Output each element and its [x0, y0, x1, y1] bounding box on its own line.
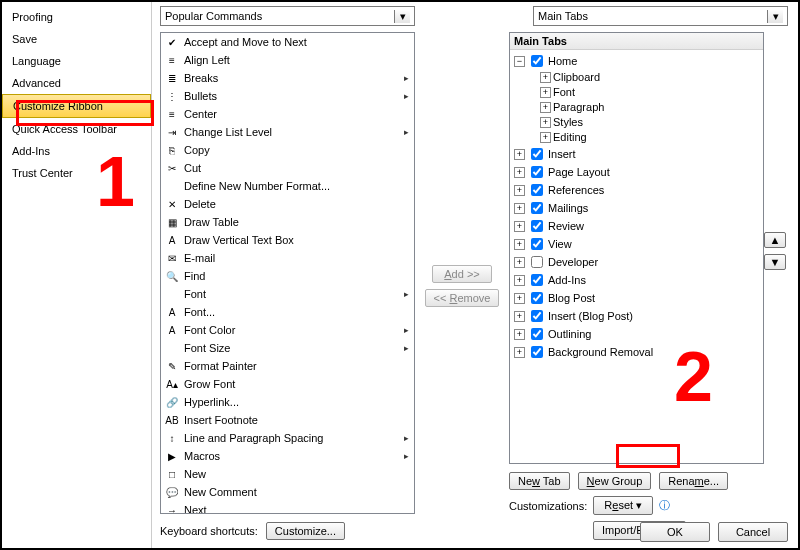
expand-icon[interactable]: +	[514, 185, 525, 196]
command-item[interactable]: ADraw Vertical Text Box	[161, 231, 414, 249]
command-item[interactable]: Define New Number Format...	[161, 177, 414, 195]
expand-icon[interactable]: +	[514, 257, 525, 268]
collapse-icon[interactable]: −	[514, 56, 525, 67]
tree-row[interactable]: +Outlining	[512, 325, 761, 343]
expand-icon[interactable]: +	[514, 149, 525, 160]
expand-icon[interactable]: +	[514, 293, 525, 304]
command-item[interactable]: →Next	[161, 501, 414, 514]
tab-checkbox[interactable]	[531, 166, 543, 178]
tree-row[interactable]: +Page Layout	[512, 163, 761, 181]
command-item[interactable]: ✔Accept and Move to Next	[161, 33, 414, 51]
add-button[interactable]: Add >>	[432, 265, 492, 283]
command-item[interactable]: ⋮Bullets▸	[161, 87, 414, 105]
command-item[interactable]: □New	[161, 465, 414, 483]
cancel-button[interactable]: Cancel	[718, 522, 788, 542]
tree-row[interactable]: +View	[512, 235, 761, 253]
sidebar-item-trust-center[interactable]: Trust Center	[2, 162, 151, 184]
tree-row[interactable]: +References	[512, 181, 761, 199]
tab-checkbox[interactable]	[531, 346, 543, 358]
tab-checkbox[interactable]	[531, 220, 543, 232]
command-item[interactable]: 💬New Comment	[161, 483, 414, 501]
command-item[interactable]: ▦Draw Table	[161, 213, 414, 231]
sidebar-item-save[interactable]: Save	[2, 28, 151, 50]
customize-ribbon-combo[interactable]: Main Tabs▾	[533, 6, 788, 26]
expand-icon[interactable]: +	[540, 87, 551, 98]
command-item[interactable]: ✂Cut	[161, 159, 414, 177]
sidebar-item-language[interactable]: Language	[2, 50, 151, 72]
tree-row[interactable]: +Editing	[512, 130, 761, 145]
tab-checkbox[interactable]	[531, 328, 543, 340]
command-item[interactable]: ≡Center	[161, 105, 414, 123]
choose-commands-combo[interactable]: Popular Commands▾	[160, 6, 415, 26]
rename-button[interactable]: Rename...	[659, 472, 728, 490]
move-down-button[interactable]: ▼	[764, 254, 786, 270]
command-item[interactable]: ▶Macros▸	[161, 447, 414, 465]
sidebar-item-advanced[interactable]: Advanced	[2, 72, 151, 94]
tree-row[interactable]: +Add-Ins	[512, 271, 761, 289]
tab-checkbox[interactable]	[531, 148, 543, 160]
expand-icon[interactable]: +	[514, 203, 525, 214]
command-item[interactable]: ⎘Copy	[161, 141, 414, 159]
customize-shortcuts-button[interactable]: Customize...	[266, 522, 345, 540]
tree-row[interactable]: +Clipboard	[512, 70, 761, 85]
tab-checkbox[interactable]	[531, 310, 543, 322]
tree-row[interactable]: +Insert (Blog Post)	[512, 307, 761, 325]
command-item[interactable]: 🔗Hyperlink...	[161, 393, 414, 411]
expand-icon[interactable]: +	[514, 275, 525, 286]
reset-button[interactable]: Reset ▾	[593, 496, 653, 515]
command-item[interactable]: ≣Breaks▸	[161, 69, 414, 87]
command-item[interactable]: ✕Delete	[161, 195, 414, 213]
tree-row[interactable]: +Blog Post	[512, 289, 761, 307]
tab-checkbox[interactable]	[531, 256, 543, 268]
tree-row[interactable]: +Mailings	[512, 199, 761, 217]
command-item[interactable]: AFont Color▸	[161, 321, 414, 339]
expand-icon[interactable]: +	[540, 72, 551, 83]
ribbon-tree[interactable]: Main Tabs −Home+Clipboard+Font+Paragraph…	[509, 32, 764, 464]
sidebar-item-proofing[interactable]: Proofing	[2, 6, 151, 28]
tree-row[interactable]: +Insert	[512, 145, 761, 163]
command-item[interactable]: ✎Format Painter	[161, 357, 414, 375]
command-item[interactable]: ↕Line and Paragraph Spacing▸	[161, 429, 414, 447]
command-item[interactable]: Font▸	[161, 285, 414, 303]
commands-listbox[interactable]: ✔Accept and Move to Next≡Align Left≣Brea…	[160, 32, 415, 514]
expand-icon[interactable]: +	[540, 102, 551, 113]
tab-checkbox[interactable]	[531, 238, 543, 250]
remove-button[interactable]: << Remove	[425, 289, 500, 307]
tree-row[interactable]: +Paragraph	[512, 100, 761, 115]
tab-checkbox[interactable]	[531, 202, 543, 214]
expand-icon[interactable]: +	[540, 117, 551, 128]
tab-checkbox[interactable]	[531, 184, 543, 196]
command-item[interactable]: 🔍Find	[161, 267, 414, 285]
tree-row[interactable]: +Styles	[512, 115, 761, 130]
expand-icon[interactable]: +	[514, 221, 525, 232]
expand-icon[interactable]: +	[540, 132, 551, 143]
tab-checkbox[interactable]	[531, 55, 543, 67]
new-tab-button[interactable]: New Tab	[509, 472, 570, 490]
tree-row[interactable]: +Developer	[512, 253, 761, 271]
sidebar-item-addins[interactable]: Add-Ins	[2, 140, 151, 162]
command-item[interactable]: ≡Align Left	[161, 51, 414, 69]
command-item[interactable]: ⇥Change List Level▸	[161, 123, 414, 141]
move-up-button[interactable]: ▲	[764, 232, 786, 248]
new-group-button[interactable]: New Group	[578, 472, 652, 490]
tree-row[interactable]: +Background Removal	[512, 343, 761, 361]
expand-icon[interactable]: +	[514, 167, 525, 178]
sidebar-item-customize-ribbon[interactable]: Customize Ribbon	[2, 94, 151, 118]
expand-icon[interactable]: +	[514, 239, 525, 250]
command-item[interactable]: ✉E-mail	[161, 249, 414, 267]
tab-checkbox[interactable]	[531, 292, 543, 304]
expand-icon[interactable]: +	[514, 311, 525, 322]
tree-row[interactable]: −Home	[512, 52, 761, 70]
expand-icon[interactable]: +	[514, 347, 525, 358]
info-icon[interactable]: ⓘ	[659, 498, 670, 513]
command-item[interactable]: Font Size▸	[161, 339, 414, 357]
expand-icon[interactable]: +	[514, 329, 525, 340]
tree-row[interactable]: +Font	[512, 85, 761, 100]
tab-checkbox[interactable]	[531, 274, 543, 286]
sidebar-item-qat[interactable]: Quick Access Toolbar	[2, 118, 151, 140]
command-item[interactable]: AFont...	[161, 303, 414, 321]
command-item[interactable]: A▴Grow Font	[161, 375, 414, 393]
command-item[interactable]: ABInsert Footnote	[161, 411, 414, 429]
ok-button[interactable]: OK	[640, 522, 710, 542]
tree-row[interactable]: +Review	[512, 217, 761, 235]
